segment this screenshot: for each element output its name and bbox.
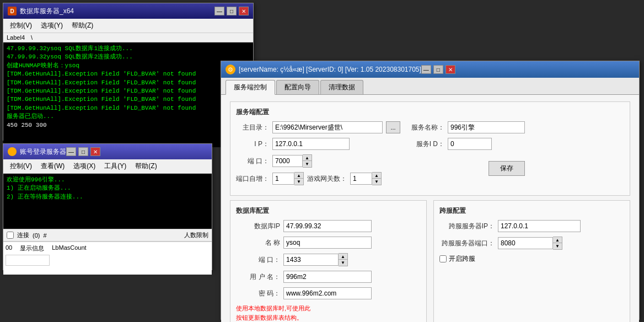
db-name-label: 名 称 [236,238,280,248]
db-pass-row: 密 码： [236,287,421,299]
cross-enable-label[interactable]: 开启跨服 [449,254,475,264]
cross-enable-row: 开启跨服 [439,254,624,264]
db-user-input[interactable] [283,271,372,283]
cross-ip-row: 跨服服务器IP： [439,220,624,232]
cross-port-up[interactable]: ▲ [553,237,562,243]
db-ip-label: 数据库IP [236,222,280,231]
minimize-button[interactable]: — [66,147,76,156]
service-id-label: 服务I D： [411,139,444,149]
connect-checkbox[interactable] [7,232,14,239]
db-port-label: 端 口： [236,255,280,265]
db-port-up[interactable]: ▲ [339,254,347,260]
db-label-text: Label4 [7,34,25,41]
port-auto-up[interactable]: ▲ [294,173,303,179]
port-auto-label: 端口自增： [236,174,269,184]
cross-enable-checkbox[interactable] [439,255,447,262]
service-name-row: 服务名称： [411,121,525,133]
menu-control[interactable]: 控制(V) [6,160,36,172]
port-auto-input[interactable] [272,173,294,185]
db-name-row: 名 称 [236,237,421,249]
menu-control[interactable]: 控制(V) [6,20,36,31]
db-console[interactable]: 47.99.99.32ysoq SQL数据库1连接成功...47.99.99.3… [3,42,253,147]
db-config-title: 数据库配置 [236,206,421,216]
tab-config-guide[interactable]: 配置向导 [276,80,319,94]
connect-label: 连接 [17,231,29,239]
cross-ip-input[interactable] [498,220,581,232]
db-server-titlebar: D 数据库服务器_x64 — □ ✕ [3,3,253,19]
port-input[interactable] [272,155,303,167]
menu-options[interactable]: 选项(Y) [36,20,67,31]
restore-button[interactable]: □ [78,147,88,156]
save-button[interactable]: 保存 [489,161,525,176]
db-user-label: 用 户 名： [236,272,280,282]
main-dir-input[interactable] [272,121,383,133]
browse-button[interactable]: ... [386,121,400,133]
db-name-input[interactable] [283,237,372,249]
db-ip-row: 数据库IP [236,220,421,232]
list-label-count: LbMasCount [52,244,86,253]
game-net-input[interactable] [350,173,372,185]
server-config-section: 服务端配置 主目录： ... I P： 端 口： [230,101,630,196]
server-config-title: 服务端配置 [236,108,624,117]
account-controls: — □ ✕ [66,147,100,156]
cell-1 [6,255,50,266]
close-button[interactable]: ✕ [446,65,455,74]
config-tab-bar: 服务端控制 配置向导 清理数据 [221,78,639,95]
server-config-right: 服务名称： 服务I D： 保存 [411,121,525,190]
account-icon [8,147,17,156]
menu-help[interactable]: 帮助(Z) [67,20,98,31]
port-auto-row: 端口自增： ▲ ▼ 游戏网关数： ▲ [236,172,400,185]
restore-button[interactable]: □ [433,65,443,74]
config-icon: ⚙ [226,65,235,74]
menu-options[interactable]: 选项(X) [69,160,100,172]
db-ip-input[interactable] [283,220,372,232]
cross-config-title: 跨服配置 [439,206,624,216]
game-net-up[interactable]: ▲ [372,173,381,179]
config-titlebar: ⚙ [serverName: ç½å«æ] [ServerID: 0] [Ver… [221,61,639,78]
db-port-row: 端 口： ▲ ▼ [236,253,421,266]
port-auto-btns: ▲ ▼ [294,172,304,185]
account-menubar: 控制(V) 查看(W) 选项(X) 工具(Y) 帮助(Z) [3,159,212,174]
db-label: Label4 \ [3,33,253,42]
port-auto-down[interactable]: ▼ [294,179,303,185]
port-spinner: ▲ ▼ [272,154,312,168]
cross-port-down[interactable]: ▼ [553,243,562,249]
minimize-button[interactable]: — [214,7,224,15]
tab-server-control[interactable]: 服务端控制 [226,80,275,95]
menu-tools[interactable]: 工具(Y) [100,160,131,172]
menu-view[interactable]: 查看(W) [36,160,69,172]
cross-port-label: 跨服服务器端口： [439,239,495,248]
minimize-button[interactable]: — [421,65,431,74]
db-pass-label: 密 码： [236,289,280,298]
service-name-input[interactable] [448,121,525,133]
config-body: 服务端配置 主目录： ... I P： 端 口： [221,95,639,322]
db-server-window: D 数据库服务器_x64 — □ ✕ 控制(V) 选项(Y) 帮助(Z) Lab… [3,3,254,141]
restore-button[interactable]: □ [227,7,237,15]
db-pass-input[interactable] [283,287,372,299]
game-net-down[interactable]: ▼ [372,179,381,185]
db-warning: 使用本地数据库时,可使用此按钮更新数据库表结构。不存在的数据库,会自动创建存在的… [236,304,421,322]
cross-ip-label: 跨服服务器IP： [439,222,495,231]
account-list-inner: 00 显示信息 LbMasCount [4,243,211,254]
list-label-00: 00 [6,244,12,253]
close-button[interactable]: ✕ [90,147,100,156]
game-net-label: 游戏网关数： [307,174,347,184]
tab-clear-data[interactable]: 清理数据 [320,80,363,94]
close-button[interactable]: ✕ [239,7,249,15]
game-net-spinner: ▲ ▼ [350,172,382,185]
config-window: ⚙ [serverName: ç½å«æ] [ServerID: 0] [Ver… [221,61,640,320]
port-row: 端 口： ▲ ▼ [236,154,400,168]
port-down[interactable]: ▼ [303,161,312,167]
db-port-input[interactable] [283,254,339,266]
db-port-down[interactable]: ▼ [339,260,347,266]
service-id-input[interactable] [448,138,492,150]
account-list-area: 00 显示信息 LbMasCount [3,242,212,275]
connect-count: (0) [33,232,40,239]
port-up[interactable]: ▲ [303,155,312,161]
account-console[interactable]: 欢迎使用996引擎...1) 正在启动服务器...2) 正在等待服务器连接... [3,174,212,229]
menu-help[interactable]: 帮助(Z) [131,160,161,172]
db-server-menubar: 控制(V) 选项(Y) 帮助(Z) [3,19,253,33]
cross-port-input[interactable] [498,237,553,249]
ip-input[interactable] [272,138,350,150]
separator: \ [31,34,33,41]
